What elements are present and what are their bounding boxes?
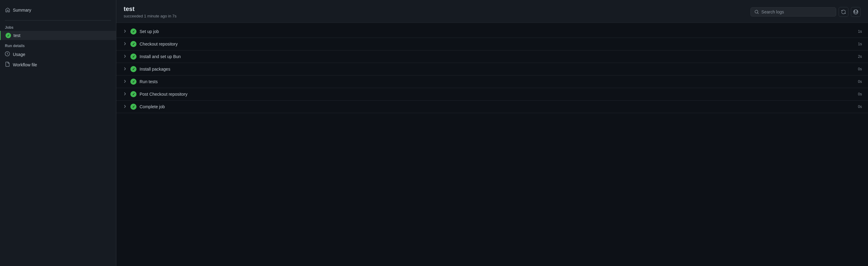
job-subtitle: succeeded 1 minute ago in 7s xyxy=(124,14,177,18)
chevron-right-icon xyxy=(122,42,127,46)
step-row[interactable]: Complete job 0s xyxy=(116,101,868,113)
step-row[interactable]: Run tests 0s xyxy=(116,75,868,88)
step-row[interactable]: Install packages 0s xyxy=(116,63,868,75)
sidebar-item-summary[interactable]: Summary xyxy=(0,5,116,15)
step-name: Run tests xyxy=(140,79,850,84)
search-icon xyxy=(754,9,759,14)
step-name: Complete job xyxy=(140,104,850,109)
step-duration: 0s xyxy=(853,67,862,71)
step-row[interactable]: Checkout repository 1s xyxy=(116,38,868,51)
chevron-right-icon xyxy=(122,92,127,97)
step-name: Install and set up Bun xyxy=(140,54,850,59)
step-duration: 1s xyxy=(853,29,862,34)
chevron-right-icon xyxy=(122,29,127,34)
home-icon xyxy=(5,7,10,13)
step-name: Install packages xyxy=(140,67,850,71)
sidebar-item-test-job[interactable]: test xyxy=(0,31,116,40)
step-row[interactable]: Set up job 1s xyxy=(116,25,868,38)
file-icon xyxy=(5,62,10,68)
gear-icon xyxy=(853,9,858,14)
job-label: test xyxy=(13,33,21,38)
step-success-icon xyxy=(130,41,136,47)
step-name: Checkout repository xyxy=(140,41,850,46)
step-success-icon xyxy=(130,78,136,85)
job-success-icon xyxy=(5,33,11,38)
step-row[interactable]: Install and set up Bun 2s xyxy=(116,51,868,63)
step-name: Post Checkout repository xyxy=(140,92,850,97)
sidebar-item-usage[interactable]: Usage xyxy=(0,49,116,60)
run-details-label: Run details xyxy=(0,40,116,49)
step-success-icon xyxy=(130,91,136,97)
sidebar-summary-label: Summary xyxy=(13,8,31,12)
step-success-icon xyxy=(130,66,136,72)
main-content: test succeeded 1 minute ago in 7s xyxy=(116,0,868,266)
chevron-right-icon xyxy=(122,79,127,84)
jobs-section-label: Jobs xyxy=(0,23,116,31)
chevron-right-icon xyxy=(122,67,127,71)
step-duration: 1s xyxy=(853,42,862,46)
step-row[interactable]: Post Checkout repository 0s xyxy=(116,88,868,101)
search-bar[interactable] xyxy=(750,7,836,16)
search-input[interactable] xyxy=(762,9,832,14)
step-duration: 0s xyxy=(853,105,862,109)
step-duration: 0s xyxy=(853,92,862,96)
step-success-icon xyxy=(130,54,136,60)
job-title: test xyxy=(124,5,177,12)
step-success-icon xyxy=(130,104,136,110)
step-duration: 2s xyxy=(853,55,862,59)
refresh-button[interactable] xyxy=(839,7,848,17)
steps-list: Set up job 1s Checkout repository 1s Ins… xyxy=(116,23,868,266)
sidebar-item-workflow-file[interactable]: Workflow file xyxy=(0,60,116,70)
usage-label: Usage xyxy=(13,52,25,57)
step-duration: 0s xyxy=(853,79,862,84)
sidebar: Summary Jobs test Run details Usage Work… xyxy=(0,0,116,266)
job-info: test succeeded 1 minute ago in 7s xyxy=(124,5,177,18)
chevron-right-icon xyxy=(122,55,127,59)
clock-icon xyxy=(5,52,10,58)
header-actions xyxy=(750,7,861,17)
settings-button[interactable] xyxy=(851,7,861,17)
chevron-right-icon xyxy=(122,105,127,109)
step-name: Set up job xyxy=(140,29,850,34)
step-success-icon xyxy=(130,28,136,35)
sidebar-divider-1 xyxy=(5,20,111,21)
refresh-icon xyxy=(841,9,846,14)
workflow-file-label: Workflow file xyxy=(13,62,37,67)
main-header: test succeeded 1 minute ago in 7s xyxy=(116,0,868,23)
